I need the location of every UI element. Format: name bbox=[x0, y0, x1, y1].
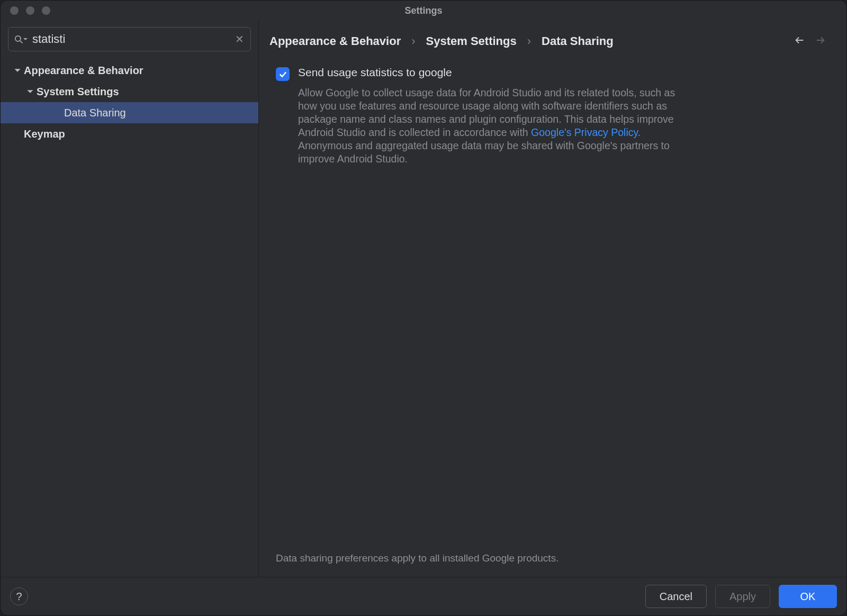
breadcrumb-sep: › bbox=[527, 34, 531, 48]
setting-description: Allow Google to collect usage data for A… bbox=[298, 86, 679, 166]
tree-item-label: Keymap bbox=[24, 128, 65, 140]
search-icon bbox=[14, 34, 28, 44]
chevron-down-icon bbox=[11, 67, 24, 74]
search-box[interactable]: ✕ bbox=[8, 27, 251, 51]
titlebar: Settings bbox=[1, 1, 846, 21]
window-title: Settings bbox=[1, 5, 846, 16]
svg-point-0 bbox=[15, 35, 21, 41]
sidebar: ✕ Appearance & Behavior System Settings bbox=[1, 21, 259, 577]
tree-item-system-settings[interactable]: System Settings bbox=[1, 81, 258, 102]
svg-line-1 bbox=[20, 41, 23, 43]
chevron-down-icon bbox=[24, 88, 37, 95]
clear-search-icon[interactable]: ✕ bbox=[234, 33, 245, 46]
send-usage-statistics-checkbox[interactable] bbox=[276, 67, 290, 81]
search-input[interactable] bbox=[32, 32, 234, 46]
footer-note: Data sharing preferences apply to all in… bbox=[259, 552, 846, 577]
privacy-policy-link[interactable]: Google's Privacy Policy bbox=[531, 126, 638, 138]
breadcrumb-item[interactable]: Appearance & Behavior bbox=[269, 34, 401, 48]
cancel-button[interactable]: Cancel bbox=[645, 585, 707, 608]
breadcrumb-sep: › bbox=[411, 34, 415, 48]
setting-label[interactable]: Send usage statistics to google bbox=[298, 66, 452, 79]
history-back-icon[interactable] bbox=[794, 34, 805, 48]
breadcrumb-item[interactable]: System Settings bbox=[426, 34, 517, 48]
tree-item-data-sharing[interactable]: Data Sharing bbox=[1, 102, 258, 123]
breadcrumb-item: Data Sharing bbox=[542, 34, 614, 48]
apply-button: Apply bbox=[715, 585, 770, 608]
tree-item-keymap[interactable]: Keymap bbox=[1, 123, 258, 144]
settings-tree: Appearance & Behavior System Settings Da… bbox=[1, 57, 258, 144]
tree-item-label: Data Sharing bbox=[64, 107, 126, 119]
help-button[interactable]: ? bbox=[10, 587, 28, 605]
breadcrumb: Appearance & Behavior › System Settings … bbox=[269, 34, 614, 48]
history-forward-icon bbox=[815, 34, 826, 48]
ok-button[interactable]: OK bbox=[779, 585, 837, 608]
tree-item-appearance-and-behavior[interactable]: Appearance & Behavior bbox=[1, 60, 258, 81]
tree-item-label: Appearance & Behavior bbox=[24, 65, 143, 77]
tree-item-label: System Settings bbox=[37, 86, 119, 98]
